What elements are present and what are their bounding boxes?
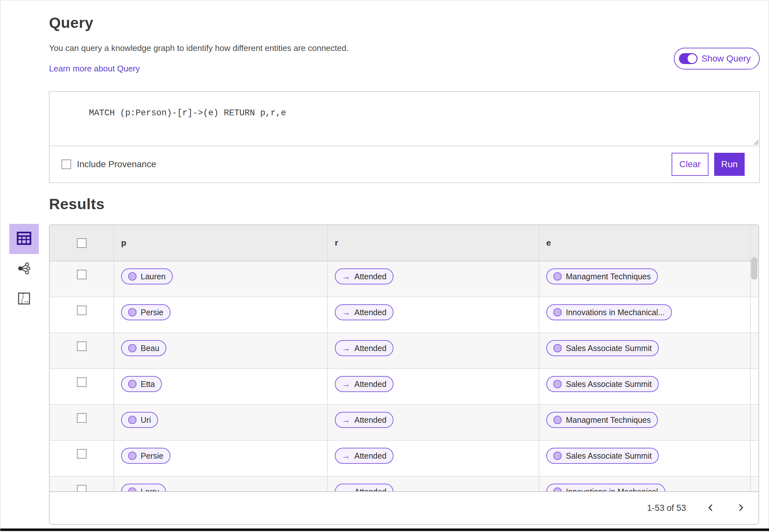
table-scrollbar-thumb[interactable] <box>751 257 757 280</box>
pagination-range-label: 1-53 of 53 <box>647 503 686 513</box>
relation-pill[interactable]: →Attended <box>335 412 394 428</box>
entity-pill[interactable]: Larry <box>121 484 166 491</box>
table-row: Persie →Attended Innovations in Mechanic… <box>50 297 758 333</box>
arrow-right-icon: → <box>342 452 350 460</box>
table-view-button[interactable] <box>9 224 39 254</box>
resize-handle-icon[interactable] <box>753 139 758 145</box>
network-icon <box>17 262 31 276</box>
table-row: Etta →Attended Sales Associate Summit <box>50 369 758 405</box>
previous-page-button[interactable] <box>705 502 716 514</box>
entity-node-icon <box>128 380 136 388</box>
entity-pill[interactable]: Uri <box>121 412 158 428</box>
chevron-right-icon <box>737 503 745 513</box>
arrow-right-icon: → <box>342 308 350 316</box>
query-footer: Include Provenance Clear Run <box>49 146 759 183</box>
entity-node-icon <box>128 272 136 281</box>
column-header-p: p <box>113 225 327 261</box>
table-row: Larry →Attended Innovations in Mechanica… <box>50 477 758 491</box>
row-checkbox[interactable] <box>77 270 86 279</box>
entity-node-icon <box>553 380 562 388</box>
toggle-knob <box>688 54 697 63</box>
entity-pill[interactable]: Persie <box>121 448 170 464</box>
row-checkbox[interactable] <box>77 341 86 351</box>
page-title: Query <box>49 14 93 31</box>
entity-node-icon <box>553 344 562 352</box>
toggle-on-icon[interactable] <box>679 53 698 64</box>
entity-node-icon <box>128 344 136 352</box>
query-page: Query You can query a knowledge graph to… <box>0 0 769 532</box>
table-row: Lauren →Attended Managment Techniques <box>50 261 758 297</box>
relation-pill[interactable]: →Attended <box>335 448 394 464</box>
entity-pill[interactable]: Beau <box>121 340 166 356</box>
relation-pill[interactable]: →Attended <box>335 340 394 356</box>
results-view-switcher <box>9 224 39 314</box>
select-all-checkbox[interactable] <box>77 238 86 248</box>
scrollbar-gutter <box>750 405 758 440</box>
entity-node-icon <box>128 308 136 316</box>
include-provenance-label: Include Provenance <box>77 159 156 169</box>
entity-pill[interactable]: Managment Techniques <box>546 412 658 428</box>
window-bottom-edge <box>0 528 769 531</box>
next-page-button[interactable] <box>735 502 746 514</box>
chevron-left-icon <box>707 503 715 513</box>
query-description: You can query a knowledge graph to ident… <box>49 43 348 53</box>
row-checkbox[interactable] <box>77 306 86 315</box>
query-editor-panel: MATCH (p:Person)-[r]->(e) RETURN p,r,e I… <box>49 91 760 183</box>
entity-node-icon <box>553 308 562 316</box>
query-input[interactable]: MATCH (p:Person)-[r]->(e) RETURN p,r,e <box>49 92 759 146</box>
arrow-right-icon: → <box>342 380 350 388</box>
scrollbar-gutter <box>750 441 758 476</box>
graph-view-button[interactable] <box>9 254 39 284</box>
results-table-scroll-area: p r e Lauren →Attended Managment Techniq… <box>50 225 758 491</box>
column-header-r: r <box>327 225 539 261</box>
scrollbar-gutter <box>750 333 758 368</box>
entity-node-icon <box>128 487 136 491</box>
pagination-bar: 1-53 of 53 <box>50 491 758 524</box>
arrow-right-icon: → <box>342 416 350 424</box>
run-button[interactable]: Run <box>714 153 745 176</box>
arrow-right-icon: → <box>342 344 350 352</box>
map-view-button[interactable] <box>9 284 39 314</box>
entity-node-icon <box>553 272 562 281</box>
entity-pill[interactable]: Managment Techniques <box>546 268 658 284</box>
entity-node-icon <box>128 416 136 424</box>
scrollbar-gutter <box>750 369 758 404</box>
results-title: Results <box>49 195 104 213</box>
show-query-toggle[interactable]: Show Query <box>674 48 760 70</box>
entity-pill[interactable]: Sales Associate Summit <box>546 340 659 356</box>
arrow-right-icon: → <box>342 272 350 281</box>
table-row: Beau →Attended Sales Associate Summit <box>50 333 758 369</box>
row-checkbox[interactable] <box>77 485 86 491</box>
results-table: p r e Lauren →Attended Managment Techniq… <box>49 225 759 525</box>
table-row: Persie →Attended Sales Associate Summit <box>50 441 758 477</box>
table-icon <box>17 232 31 246</box>
relation-pill[interactable]: →Attended <box>335 484 394 491</box>
scrollbar-gutter <box>750 225 758 261</box>
map-icon <box>18 292 30 306</box>
row-checkbox[interactable] <box>77 449 86 459</box>
column-header-e: e <box>539 225 750 261</box>
entity-node-icon <box>553 416 562 424</box>
table-header-row: p r e <box>50 225 758 261</box>
relation-pill[interactable]: →Attended <box>335 376 394 392</box>
entity-node-icon <box>553 452 562 460</box>
relation-pill[interactable]: →Attended <box>335 268 394 284</box>
entity-pill[interactable]: Persie <box>121 304 170 320</box>
entity-pill[interactable]: Sales Associate Summit <box>546 448 659 464</box>
clear-button[interactable]: Clear <box>672 153 708 176</box>
entity-pill[interactable]: Innovations in Mechanical... <box>546 304 672 320</box>
row-checkbox[interactable] <box>77 413 86 423</box>
relation-pill[interactable]: →Attended <box>335 304 394 320</box>
entity-node-icon <box>128 452 136 460</box>
row-checkbox[interactable] <box>77 377 86 387</box>
learn-more-link[interactable]: Learn more about Query <box>49 64 140 74</box>
scrollbar-gutter <box>750 477 758 491</box>
entity-pill[interactable]: Etta <box>121 376 162 392</box>
entity-pill[interactable]: Innovations in Mechanical <box>546 484 665 491</box>
include-provenance-checkbox[interactable] <box>61 160 71 169</box>
entity-node-icon <box>553 487 562 491</box>
show-query-label: Show Query <box>701 53 751 64</box>
entity-pill[interactable]: Lauren <box>121 268 173 284</box>
entity-pill[interactable]: Sales Associate Summit <box>546 376 659 392</box>
arrow-right-icon: → <box>342 487 350 491</box>
